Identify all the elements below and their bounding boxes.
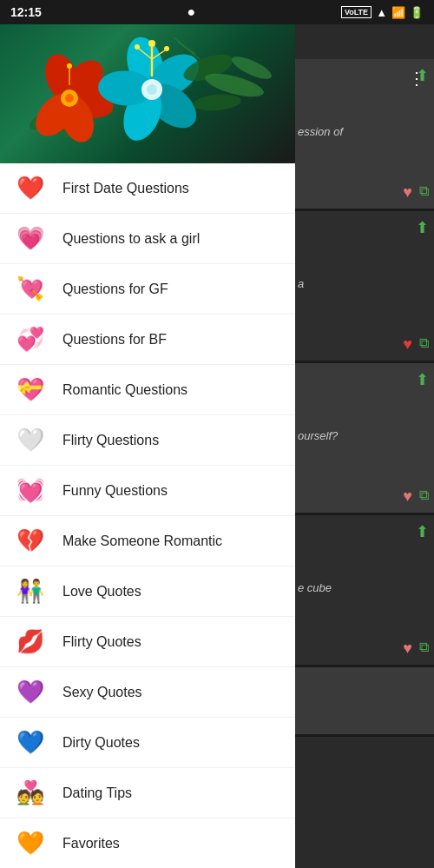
menu-item-funny-questions[interactable]: 💓Funny Questions (0, 466, 295, 516)
three-dots-menu[interactable]: ⋮ (408, 68, 425, 89)
menu-label-flirty-questions: Flirty Questions (62, 433, 159, 448)
menu-label-funny-questions: Funny Questions (62, 483, 168, 499)
card-text-3: ourself? (296, 425, 429, 447)
drawer-menu: ❤️First Date Questions💗Questions to ask … (0, 24, 295, 868)
menu-item-dirty-quotes[interactable]: 💙Dirty Quotes (0, 718, 295, 768)
menu-icon-romantic-questions: 💝 (14, 374, 47, 407)
volte-badge: VoLTE (341, 6, 372, 18)
menu-icon-flirty-quotes: 💋 (14, 626, 47, 659)
copy-icon-3[interactable]: ⧉ (419, 487, 429, 506)
copy-icon-2[interactable]: ⧉ (419, 335, 429, 354)
menu-icon-flirty-questions: 🤍 (14, 424, 47, 457)
menu-label-flirty-quotes: Flirty Quotes (62, 634, 141, 650)
menu-item-make-someone-romantic[interactable]: 💔Make Someone Romantic (0, 516, 295, 567)
menu-label-love-quotes: Love Quotes (62, 584, 141, 600)
menu-icon-dirty-quotes: 💙 (14, 726, 47, 759)
battery-icon: 🔋 (410, 6, 424, 19)
content-card-2: ⬆ a ♥ ⧉ (291, 211, 434, 363)
menu-item-flirty-questions[interactable]: 🤍Flirty Questions (0, 415, 295, 466)
menu-icon-questions-for-bf: 💞 (14, 323, 47, 356)
menu-item-flirty-quotes[interactable]: 💋Flirty Quotes (0, 617, 295, 667)
status-icons: VoLTE ▲ 📶 🔋 (341, 6, 424, 19)
menu-item-first-date-questions[interactable]: ❤️First Date Questions (0, 163, 295, 214)
card-text-2: a (296, 273, 429, 295)
menu-icon-questions-to-ask-a-girl: 💗 (14, 222, 47, 255)
menu-item-sexy-quotes[interactable]: 💜Sexy Quotes (0, 667, 295, 718)
card-text-4: e cube (296, 577, 429, 600)
menu-item-dating-tips[interactable]: 💑Dating Tips (0, 768, 295, 818)
svg-point-19 (148, 40, 155, 47)
copy-icon-1[interactable]: ⧉ (419, 183, 429, 202)
card-text-1: ession of (296, 121, 429, 143)
menu-icon-first-date-questions: ❤️ (14, 172, 47, 205)
menu-label-dirty-quotes: Dirty Quotes (62, 735, 140, 751)
menu-item-questions-to-ask-a-girl[interactable]: 💗Questions to ask a girl (0, 214, 295, 264)
flower-background (0, 24, 295, 163)
menu-icon-funny-questions: 💓 (14, 474, 47, 507)
menu-item-questions-for-gf[interactable]: 💘Questions for GF (0, 264, 295, 315)
heart-icon-4[interactable]: ♥ (403, 639, 412, 658)
content-card-5 (291, 667, 434, 737)
content-cards: ⬆ ession of ♥ ⧉ ⬆ a ♥ ⧉ (291, 59, 434, 737)
menu-item-questions-for-bf[interactable]: 💞Questions for BF (0, 315, 295, 365)
svg-point-10 (67, 63, 72, 69)
menu-label-dating-tips: Dating Tips (62, 785, 132, 801)
menu-items-list: ❤️First Date Questions💗Questions to ask … (0, 163, 295, 868)
menu-icon-love-quotes: 👫 (14, 575, 47, 608)
menu-label-first-date-questions: First Date Questions (62, 181, 189, 196)
svg-point-8 (65, 94, 74, 103)
menu-label-questions-for-gf: Questions for GF (62, 282, 168, 297)
svg-point-29 (192, 93, 241, 113)
signal-icon: 📶 (391, 6, 405, 19)
menu-icon-questions-for-gf: 💘 (14, 273, 47, 306)
content-card-4: ⬆ e cube ♥ ⧉ (291, 515, 434, 667)
menu-item-romantic-questions[interactable]: 💝Romantic Questions (0, 365, 295, 415)
status-time: 12:15 (10, 5, 42, 19)
menu-label-questions-to-ask-a-girl: Questions to ask a girl (62, 231, 200, 247)
heart-icon-1[interactable]: ♥ (403, 183, 412, 202)
content-panel: ⋮ ⬆ ession of ♥ ⧉ ⬆ a ♥ (291, 24, 434, 868)
record-icon: ● (187, 4, 196, 20)
foliage-icon (174, 42, 286, 129)
heart-icon-2[interactable]: ♥ (403, 335, 412, 354)
share-icon-4[interactable]: ⬆ (416, 522, 429, 541)
drawer-header (0, 24, 295, 163)
menu-label-sexy-quotes: Sexy Quotes (62, 685, 142, 700)
menu-icon-favorites: 🧡 (14, 827, 47, 860)
share-icon-2[interactable]: ⬆ (416, 218, 429, 237)
menu-icon-sexy-quotes: 💜 (14, 676, 47, 709)
svg-point-21 (164, 46, 169, 51)
svg-point-23 (135, 44, 140, 50)
share-icon-3[interactable]: ⬆ (416, 370, 429, 389)
menu-icon-dating-tips: 💑 (14, 777, 47, 810)
menu-label-favorites: Favorites (62, 836, 120, 851)
wifi-icon: ▲ (376, 6, 387, 19)
main-container: ❤️First Date Questions💗Questions to ask … (0, 24, 434, 868)
copy-icon-4[interactable]: ⧉ (419, 639, 429, 658)
content-card-3: ⬆ ourself? ♥ ⧉ (291, 363, 434, 515)
menu-label-questions-for-bf: Questions for BF (62, 332, 167, 348)
status-bar: 12:15 ● VoLTE ▲ 📶 🔋 (0, 0, 434, 24)
menu-item-love-quotes[interactable]: 👫Love Quotes (0, 567, 295, 617)
heart-icon-3[interactable]: ♥ (403, 487, 412, 506)
menu-label-make-someone-romantic: Make Someone Romantic (62, 533, 222, 549)
menu-label-romantic-questions: Romantic Questions (62, 382, 187, 398)
svg-point-17 (147, 84, 157, 95)
menu-icon-make-someone-romantic: 💔 (14, 525, 47, 558)
menu-item-favorites[interactable]: 🧡Favorites (0, 818, 295, 868)
